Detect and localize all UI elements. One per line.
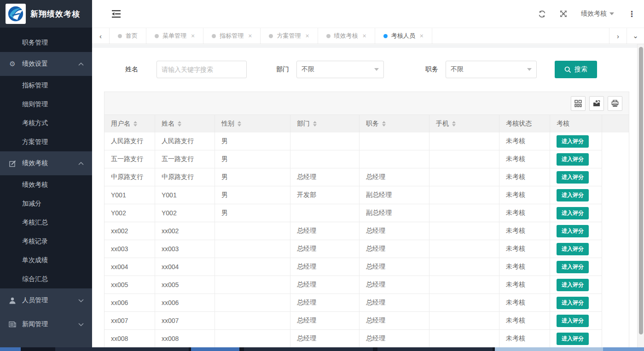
column-header-性别[interactable]: 性别 <box>215 115 290 132</box>
tab-指标管理[interactable]: 指标管理× <box>203 28 261 44</box>
sort-icon[interactable] <box>238 121 241 127</box>
tab-首页[interactable]: 首页 <box>110 28 146 44</box>
tab-close-icon[interactable]: × <box>191 32 195 40</box>
tabs-dropdown-icon[interactable]: ⌄ <box>627 28 644 44</box>
cell-empty <box>602 204 629 222</box>
enter-scoring-button[interactable]: 进入评分 <box>557 207 589 219</box>
enter-scoring-button[interactable]: 进入评分 <box>557 171 589 184</box>
enter-scoring-button[interactable]: 进入评分 <box>557 135 589 148</box>
name-filter-input[interactable] <box>157 61 247 78</box>
cell-gender <box>215 294 290 312</box>
enter-scoring-button[interactable]: 进入评分 <box>557 243 589 255</box>
sidebar-item[interactable]: 细则管理 <box>0 95 92 114</box>
cell-gender: 男 <box>215 132 290 150</box>
vertical-scrollbar-track[interactable] <box>637 44 644 347</box>
sidebar-item[interactable]: 考核汇总 <box>0 213 92 232</box>
column-header-部门[interactable]: 部门 <box>290 115 360 132</box>
tab-close-icon[interactable]: × <box>305 32 309 40</box>
sidebar-item[interactable]: 考核记录 <box>0 232 92 251</box>
sort-icon[interactable] <box>313 121 317 127</box>
kebab-menu-icon[interactable]: ⋮ <box>628 10 636 18</box>
search-button[interactable]: 搜索 <box>555 61 597 78</box>
news-icon <box>8 321 17 328</box>
enter-scoring-button[interactable]: 进入评分 <box>557 153 589 166</box>
cell-dept: 总经理 <box>290 294 360 312</box>
enter-scoring-button[interactable]: 进入评分 <box>557 189 589 201</box>
column-header-label: 考核状态 <box>506 120 532 128</box>
cell-username: 中原路支行 <box>104 168 155 186</box>
tab-dot <box>383 34 388 38</box>
job-filter-select[interactable]: 不限 <box>446 61 537 78</box>
tab-close-icon[interactable]: × <box>363 32 366 40</box>
collapse-sidebar-icon[interactable] <box>112 10 121 18</box>
cell-status: 未考核 <box>499 204 550 222</box>
sidebar-item[interactable]: 绩效考核 <box>0 175 92 194</box>
enter-scoring-button[interactable]: 进入评分 <box>557 225 589 237</box>
sidebar-item[interactable]: 方案管理 <box>0 132 92 151</box>
print-icon[interactable] <box>608 96 622 111</box>
sort-icon[interactable] <box>133 121 137 127</box>
cell-name: Y001 <box>155 186 215 204</box>
cell-phone <box>429 168 499 186</box>
tabs-scroll-left-icon[interactable]: ‹ <box>92 28 110 44</box>
sidebar-section-1[interactable]: ⚙绩效设置 <box>0 52 92 76</box>
cell-status: 未考核 <box>499 330 550 348</box>
dept-filter-select[interactable]: 不限 <box>296 61 384 78</box>
cell-empty <box>602 330 629 348</box>
vertical-scrollbar-thumb[interactable] <box>639 47 643 334</box>
taskbar-segment <box>191 347 239 351</box>
sidebar-section-2[interactable]: 绩效考核 <box>0 151 92 175</box>
tabs-scroll-right-icon[interactable]: › <box>609 28 627 44</box>
cell-status: 未考核 <box>499 222 550 240</box>
sidebar-item[interactable]: 职务管理 <box>0 33 92 52</box>
sidebar-section-label: 绩效设置 <box>22 60 48 68</box>
tab-close-icon[interactable]: × <box>420 32 424 40</box>
tab-方案管理[interactable]: 方案管理× <box>261 28 318 44</box>
sidebar-item[interactable]: 考核方式 <box>0 114 92 132</box>
column-header-职务[interactable]: 职务 <box>360 115 429 132</box>
enter-scoring-button[interactable]: 进入评分 <box>557 261 589 273</box>
columns-icon[interactable] <box>571 96 586 111</box>
sidebar-item[interactable]: 综合汇总 <box>0 270 92 288</box>
tab-考核人员[interactable]: 考核人员× <box>375 28 432 44</box>
cell-phone <box>429 132 499 150</box>
cell-dept: 开发部 <box>290 186 360 204</box>
column-header-用户名[interactable]: 用户名 <box>104 115 155 132</box>
enter-scoring-button[interactable]: 进入评分 <box>557 315 589 327</box>
tab-绩效考核[interactable]: 绩效考核× <box>318 28 375 44</box>
tab-label: 方案管理 <box>277 32 301 40</box>
export-icon[interactable] <box>589 96 604 111</box>
sidebar-item[interactable]: 单次成绩 <box>0 251 92 270</box>
fullscreen-icon[interactable] <box>560 10 567 17</box>
tab-菜单管理[interactable]: 菜单管理× <box>146 28 203 44</box>
cell-job: 副总经理 <box>360 186 429 204</box>
sidebar-section-label: 绩效考核 <box>22 159 48 167</box>
os-taskbar-strip <box>0 347 644 351</box>
cell-dept: 总经理 <box>290 258 360 276</box>
enter-scoring-button[interactable]: 进入评分 <box>557 333 589 345</box>
column-header-label: 手机 <box>436 120 449 128</box>
cell-phone <box>429 294 499 312</box>
column-header-姓名[interactable]: 姓名 <box>155 115 215 132</box>
user-dropdown[interactable]: 绩效考核 <box>581 10 614 18</box>
chevron-down-icon <box>78 323 84 326</box>
sidebar-item[interactable]: 指标管理 <box>0 76 92 95</box>
sidebar-item[interactable]: 部门管理 <box>0 28 92 33</box>
column-header-手机[interactable]: 手机 <box>429 115 499 132</box>
sort-icon[interactable] <box>382 121 386 127</box>
cell-name: 五一路支行 <box>155 150 215 168</box>
tab-close-icon[interactable]: × <box>248 32 252 40</box>
sort-icon[interactable] <box>452 121 456 127</box>
enter-scoring-button[interactable]: 进入评分 <box>557 297 589 309</box>
refresh-icon[interactable] <box>538 10 546 18</box>
sidebar-section-4[interactable]: 新闻管理 <box>0 312 92 336</box>
cell-username: xx002 <box>104 222 155 240</box>
cell-action: 进入评分 <box>550 294 602 312</box>
sidebar-section-3[interactable]: 人员管理 <box>0 288 92 312</box>
cell-name: xx002 <box>155 222 215 240</box>
cell-gender <box>215 240 290 258</box>
sort-icon[interactable] <box>178 121 181 127</box>
gears-icon: ⚙ <box>8 60 17 68</box>
sidebar-item[interactable]: 加减分 <box>0 194 92 213</box>
enter-scoring-button[interactable]: 进入评分 <box>557 279 589 291</box>
